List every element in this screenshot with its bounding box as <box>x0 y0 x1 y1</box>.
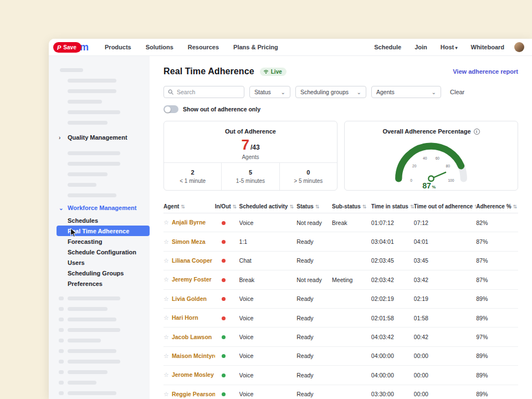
agent-link[interactable]: Simon Meza <box>172 238 206 245</box>
table-row[interactable]: ☆Jerome MosleyVoiceReady04:00:0000:0089% <box>163 366 518 385</box>
skeleton-dash <box>59 328 64 332</box>
nav-item-whiteboard[interactable]: Whiteboard <box>471 44 505 50</box>
skeleton-bar <box>68 391 116 395</box>
table-row[interactable]: ☆Livia GoldenVoiceReady02:02:1902:1989% <box>163 290 518 309</box>
column-header-in-out[interactable]: In/Out⇅ <box>215 203 239 209</box>
table-row[interactable]: ☆Jeremy FosterBreakNot readyMeeting02:03… <box>163 270 518 289</box>
agent-link[interactable]: Jerome Mosley <box>172 371 214 378</box>
status-cell: Ready <box>296 352 332 359</box>
breakdown-cell: 51-5 minutes <box>221 163 279 190</box>
table-row[interactable]: ☆Liliana CooperChatReady02:03:4503:4587% <box>163 252 518 270</box>
column-header-time-out-of-adherence[interactable]: Time out of adherence⇅ <box>414 203 477 209</box>
sidebar-item-preferences[interactable]: Preferences <box>49 278 150 289</box>
nav-item-schedule[interactable]: Schedule <box>374 44 401 50</box>
pinterest-save-button[interactable]: P Save <box>53 42 81 53</box>
sort-icon[interactable]: ⇅ <box>233 204 237 209</box>
agent-link[interactable]: Hari Horn <box>172 314 198 321</box>
table-row[interactable]: ☆Maison McintyreVoiceReady04:00:0000:008… <box>163 347 518 366</box>
star-icon[interactable]: ☆ <box>163 219 169 226</box>
nav-item-host[interactable]: Host ▾ <box>441 44 458 50</box>
agent-link[interactable]: Jeremy Foster <box>172 276 212 283</box>
skeleton-bar <box>68 172 108 176</box>
column-header-scheduled-activity[interactable]: Scheduled activity⇅ <box>239 203 297 209</box>
out-of-adherence-count: 7 <box>241 136 249 154</box>
star-icon[interactable]: ☆ <box>163 295 169 302</box>
star-icon[interactable]: ☆ <box>163 334 169 340</box>
nav-item-plans-pricing[interactable]: Plans & Pricing <box>233 44 278 50</box>
column-header-status[interactable]: Status⇅ <box>296 203 332 209</box>
search-input[interactable]: Search <box>163 86 244 98</box>
toggle-knob <box>165 106 171 112</box>
skeleton-row <box>49 325 150 335</box>
sidebar-item-scheduling-groups[interactable]: Scheduling Groups <box>49 268 150 278</box>
star-icon[interactable]: ☆ <box>163 257 169 264</box>
sidebar-item-workforce-management[interactable]: ⌄ Workforce Management <box>49 201 150 215</box>
skeleton-bar <box>68 193 116 197</box>
time-in-status-cell: 01:07:12 <box>371 219 414 226</box>
sidebar-item-forecasting[interactable]: Forecasting <box>49 236 150 247</box>
star-icon[interactable]: ☆ <box>163 352 169 359</box>
column-header-time-in-status[interactable]: Time in status⇅ <box>371 203 414 209</box>
skeleton-dash <box>59 370 64 374</box>
agent-link[interactable]: Livia Golden <box>172 295 207 302</box>
agents-filter-label: Agents <box>376 89 395 95</box>
inout-status-dot <box>222 335 226 339</box>
agent-link[interactable]: Reggie Pearson <box>172 391 215 397</box>
sort-icon[interactable]: ⇅ <box>362 204 367 209</box>
column-header-agent[interactable]: Agent⇅ <box>163 203 215 209</box>
nav-item-resources[interactable]: Resources <box>188 44 219 50</box>
agents-filter-dropdown[interactable]: Agents ⌄ <box>371 86 441 98</box>
star-icon[interactable]: ☆ <box>163 371 169 378</box>
time-in-status-cell: 03:04:01 <box>371 238 414 245</box>
sort-icon[interactable]: ⇅ <box>289 204 294 209</box>
agent-link[interactable]: Liliana Cooper <box>172 257 212 264</box>
sidebar-item-schedule-configuration[interactable]: Schedule Configuration <box>49 247 150 257</box>
chevron-right-icon: › <box>59 135 64 141</box>
table-row[interactable]: ☆Hari HornVoiceReady02:01:5801:5889% <box>163 309 518 328</box>
table-row[interactable]: ☆Anjali ByrneVoiceNot readyBreak01:07:12… <box>163 213 518 232</box>
page-title: Real Time Adherence <box>163 66 254 76</box>
column-header-label: Adherence % <box>476 203 511 209</box>
skeleton-row <box>49 367 150 377</box>
skeleton-row <box>49 293 150 304</box>
table-row[interactable]: ☆Jacob LawsonVoiceReady04:03:4200:4297% <box>163 328 518 346</box>
nav-item-solutions[interactable]: Solutions <box>146 44 173 50</box>
chevron-down-icon: ⌄ <box>59 205 64 211</box>
sub-status-cell: Meeting <box>332 277 371 283</box>
star-icon[interactable]: ☆ <box>163 314 169 321</box>
sort-icon[interactable]: ⇅ <box>181 204 185 209</box>
nav-item-products[interactable]: Products <box>105 44 131 50</box>
agent-cell: ☆Jeremy Foster <box>163 276 215 283</box>
clear-filters-button[interactable]: Clear <box>450 89 464 95</box>
agent-cell: ☆Simon Meza <box>163 238 215 245</box>
sidebar-item-users[interactable]: Users <box>49 257 150 268</box>
user-avatar[interactable] <box>514 42 524 52</box>
skeleton-bar <box>68 296 120 300</box>
sort-icon[interactable]: ⇅ <box>410 204 414 209</box>
sort-icon[interactable]: ⇅ <box>513 204 518 209</box>
out-of-adherence-toggle[interactable] <box>163 105 178 113</box>
star-icon[interactable]: ☆ <box>163 391 169 397</box>
agents-unit-label: Agents <box>164 154 337 160</box>
sort-icon[interactable]: ⇅ <box>315 204 320 209</box>
agent-link[interactable]: Maison Mcintyre <box>172 352 215 359</box>
column-header-adherence[interactable]: Adherence %⇅ <box>476 203 518 209</box>
column-header-sub-status[interactable]: Sub-status⇅ <box>332 203 371 209</box>
view-adherence-report-link[interactable]: View adherence report <box>453 68 518 75</box>
sidebar-item-quality-management[interactable]: › Quality Management <box>49 130 150 145</box>
status-cell: Not ready <box>296 277 332 283</box>
scheduling-groups-filter-label: Scheduling groups <box>300 89 349 95</box>
adherence-percent-cell: 89% <box>476 391 518 397</box>
table-row[interactable]: ☆Simon Meza1:1Ready03:04:0104:0187% <box>163 232 518 251</box>
scheduling-groups-filter-dropdown[interactable]: Scheduling groups ⌄ <box>295 86 366 98</box>
nav-item-join[interactable]: Join <box>415 44 427 50</box>
time-in-status-cell: 02:02:19 <box>371 295 414 302</box>
table-row[interactable]: ☆Reggie PearsonVoiceReady03:30:0000:0089… <box>163 385 518 399</box>
skeleton-bar <box>68 89 116 93</box>
status-filter-dropdown[interactable]: Status ⌄ <box>249 86 290 98</box>
agent-link[interactable]: Jacob Lawson <box>172 334 212 340</box>
sidebar-item-schedules[interactable]: Schedules <box>49 215 150 226</box>
star-icon[interactable]: ☆ <box>163 238 169 245</box>
star-icon[interactable]: ☆ <box>163 276 169 283</box>
agent-link[interactable]: Anjali Byrne <box>172 219 206 226</box>
